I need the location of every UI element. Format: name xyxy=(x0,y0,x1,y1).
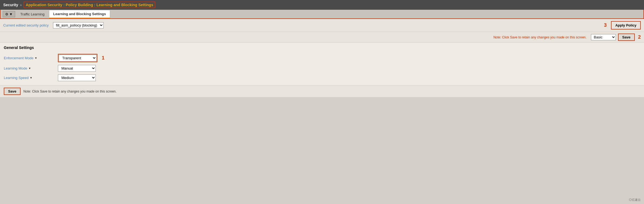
save-button-bottom[interactable]: Save xyxy=(4,88,21,95)
breadcrumb-path: Application Security : Policy Building :… xyxy=(24,2,155,8)
learning-mode-arrow: ▼ xyxy=(28,67,31,70)
learning-mode-select[interactable]: Manual Automatic Disabled xyxy=(58,65,96,72)
gear-button[interactable]: ⚙ ▼ xyxy=(3,11,15,17)
learning-speed-row: Learning Speed ▼ Slow Medium Fast xyxy=(4,73,640,83)
main-content: Note: Click Save to retain any changes y… xyxy=(0,32,644,97)
save-bar: Note: Click Save to retain any changes y… xyxy=(0,32,644,43)
security-label: Security xyxy=(3,3,18,7)
bottom-note: Note: Click Save to retain any changes y… xyxy=(23,90,116,93)
settings-table: Enforcement Mode ▼ Transparent Blocking … xyxy=(0,51,644,85)
bottom-bar: Save Note: Click Save to retain any chan… xyxy=(0,85,644,97)
enforcement-mode-row: Enforcement Mode ▼ Transparent Blocking … xyxy=(4,52,640,64)
apply-policy-button[interactable]: Apply Policy xyxy=(611,21,641,29)
save-note: Note: Click Save to retain any changes y… xyxy=(3,35,587,39)
policy-select[interactable]: filt_asm_pollocy (blocking) xyxy=(53,22,104,28)
gear-dropdown-arrow: ▼ xyxy=(9,12,13,16)
enforcement-mode-box: Transparent Blocking xyxy=(58,54,97,62)
policy-label: Current edited security policy xyxy=(3,23,49,27)
general-settings-section: General Settings Enforcement Mode ▼ Tran… xyxy=(0,43,644,85)
learning-mode-label: Learning Mode ▼ xyxy=(4,66,58,70)
annotation-1-label: 1 xyxy=(102,55,104,61)
learning-mode-row: Learning Mode ▼ Manual Automatic Disable… xyxy=(4,64,640,73)
tab-traffic-learning[interactable]: Traffic Learning xyxy=(16,10,49,18)
policy-bar: Current edited security policy filt_asm_… xyxy=(0,19,644,32)
annotation-3-label: 3 xyxy=(604,22,607,28)
breadcrumb-separator: » xyxy=(20,3,22,7)
tab-bar: ⚙ ▼ Traffic Learning Learning and Blocki… xyxy=(0,10,644,19)
gear-icon: ⚙ xyxy=(5,12,8,16)
annotation-2-label: 2 xyxy=(638,34,641,40)
learning-speed-label: Learning Speed ▼ xyxy=(4,76,58,80)
enforcement-mode-select[interactable]: Transparent Blocking xyxy=(59,55,97,61)
enforcement-mode-label: Enforcement Mode ▼ xyxy=(4,56,58,60)
save-button-top[interactable]: Save xyxy=(618,34,635,41)
section-title: General Settings xyxy=(0,43,644,51)
learning-speed-select[interactable]: Slow Medium Fast xyxy=(58,74,96,81)
header-bar: Security » Application Security : Policy… xyxy=(0,0,644,10)
tab-learning-blocking-settings[interactable]: Learning and Blocking Settings xyxy=(49,10,110,18)
view-select[interactable]: Basic Advanced xyxy=(591,34,616,40)
learning-speed-arrow: ▼ xyxy=(30,76,32,79)
enforcement-mode-arrow: ▼ xyxy=(35,57,37,60)
